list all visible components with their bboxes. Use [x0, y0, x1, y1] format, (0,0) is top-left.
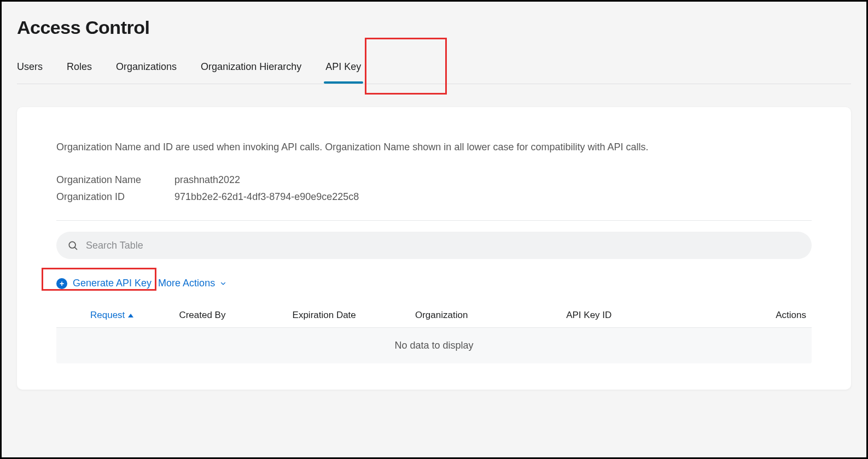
col-expiration-date[interactable]: Expiration Date: [293, 310, 415, 321]
annotation-highlight-tab: [365, 38, 447, 95]
tab-users[interactable]: Users: [17, 58, 43, 84]
tab-api-key[interactable]: API Key: [325, 58, 361, 84]
tab-roles[interactable]: Roles: [67, 58, 92, 84]
col-created-by[interactable]: Created By: [179, 310, 292, 321]
svg-point-0: [69, 242, 75, 248]
org-name-label: Organization Name: [56, 174, 174, 186]
org-id-label: Organization ID: [56, 191, 174, 203]
chevron-down-icon: [219, 280, 227, 287]
tab-organizations[interactable]: Organizations: [116, 58, 177, 84]
tab-organization-hierarchy[interactable]: Organization Hierarchy: [201, 58, 301, 84]
org-id-row: Organization ID 971bb2e2-62d1-4df3-8794-…: [56, 191, 812, 203]
more-actions-button[interactable]: More Actions: [158, 275, 227, 291]
table-header: Request Created By Expiration Date Organ…: [56, 303, 812, 328]
tab-bar: Users Roles Organizations Organization H…: [17, 58, 851, 84]
page-title: Access Control: [17, 17, 851, 38]
search-container: [56, 232, 812, 259]
org-id-value: 971bb2e2-62d1-4df3-8794-e90e9ce225c8: [174, 191, 359, 203]
org-name-row: Organization Name prashnath2022: [56, 174, 812, 186]
sort-ascending-icon: [128, 314, 133, 317]
panel-description: Organization Name and ID are used when i…: [56, 140, 812, 155]
col-request-label: Request: [90, 310, 125, 321]
divider: [56, 220, 812, 221]
svg-line-1: [75, 248, 77, 250]
table-empty-state: No data to display: [56, 328, 812, 363]
col-organization[interactable]: Organization: [415, 310, 566, 321]
org-name-value: prashnath2022: [174, 174, 240, 186]
plus-circle-icon: +: [56, 278, 67, 289]
col-actions: Actions: [717, 310, 812, 321]
col-request[interactable]: Request: [56, 310, 179, 321]
search-icon: [67, 240, 78, 251]
more-actions-label: More Actions: [158, 278, 215, 289]
search-input[interactable]: [86, 240, 801, 251]
api-key-table: Request Created By Expiration Date Organ…: [56, 303, 812, 363]
generate-api-key-button[interactable]: + Generate API Key: [56, 275, 152, 291]
generate-api-key-label: Generate API Key: [73, 278, 152, 289]
api-key-panel: Organization Name and ID are used when i…: [17, 107, 851, 390]
col-api-key-id[interactable]: API Key ID: [566, 310, 717, 321]
action-row: + Generate API Key More Actions: [56, 275, 812, 291]
